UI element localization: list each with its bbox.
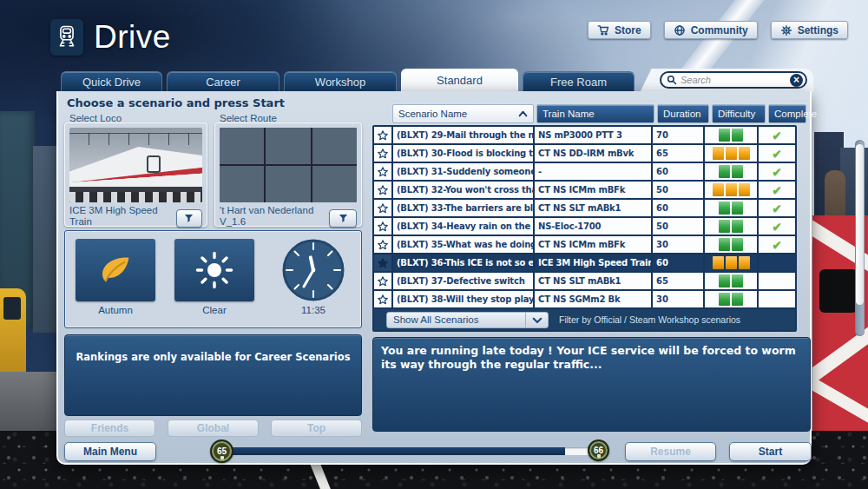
complete-cell: ✔ — [759, 163, 795, 180]
tab-quick-drive[interactable]: Quick Drive — [61, 71, 162, 91]
season-tile[interactable] — [76, 239, 155, 301]
top-button[interactable]: Top — [271, 420, 362, 437]
favorite-star-icon[interactable] — [374, 200, 391, 216]
filter-strip: Show All ScenariosFilter by Official / S… — [374, 309, 795, 330]
column-header-duration[interactable]: Duration — [657, 104, 709, 123]
search-input[interactable] — [681, 75, 786, 85]
loco-name: ICE 3M High Speed Train — [69, 205, 176, 228]
route-filter-button[interactable] — [329, 209, 357, 228]
tab-bar: Quick Drive Career Workshop Standard Fre… — [61, 69, 635, 91]
weather-tile[interactable] — [174, 239, 254, 301]
difficulty-cell — [705, 236, 757, 253]
resume-button[interactable]: Resume — [625, 442, 716, 461]
favorite-star-icon[interactable] — [374, 218, 391, 235]
difficulty-cell — [705, 291, 757, 307]
duration-cell: 65 — [653, 273, 703, 289]
app-logo: Drive — [50, 19, 171, 56]
global-button[interactable]: Global — [168, 420, 259, 437]
main-menu-button[interactable]: Main Menu — [64, 442, 156, 461]
table-row[interactable]: (BLXT) 35-What was he doing on the track… — [374, 236, 795, 253]
start-button[interactable]: Start — [729, 442, 812, 461]
tab-career[interactable]: Career — [167, 71, 279, 91]
store-button[interactable]: Store — [588, 21, 651, 39]
friends-button[interactable]: Friends — [64, 420, 155, 437]
leaf-icon — [95, 250, 135, 290]
train-name-cell: NS-Eloc-1700 — [535, 218, 651, 235]
table-row[interactable]: (BLXT) 36-This ICE is not so express ICE… — [374, 254, 795, 271]
table-row[interactable]: (BLXT) 37-Defective switch CT NS SLT mAB… — [374, 273, 795, 289]
scrollbar-thumb[interactable] — [856, 144, 864, 305]
clear-search-icon[interactable]: × — [790, 74, 803, 87]
table-row[interactable]: (BLXT) 32-You won't cross that bridge ! … — [374, 182, 795, 198]
route-picker[interactable]: 't Hart van Nederland V_1.6 — [214, 122, 362, 227]
tab-free-roam[interactable]: Free Roam — [523, 71, 635, 91]
route-version: V_1.6 — [220, 216, 313, 228]
settings-button[interactable]: Settings — [771, 21, 848, 39]
difficulty-cell — [705, 127, 757, 143]
table-row[interactable]: (BLXT) 38-Will they stop playing with th… — [374, 291, 795, 307]
table-header: Scenario Name Train Name Duration Diffic… — [372, 104, 811, 123]
column-header-scenario-name[interactable]: Scenario Name — [392, 104, 534, 123]
search-icon — [667, 75, 677, 85]
duration-cell: 50 — [653, 218, 703, 235]
page-title: Drive — [94, 19, 171, 56]
complete-cell: ✔ — [759, 273, 795, 289]
duration-cell: 70 — [653, 127, 703, 143]
favorite-star-icon[interactable] — [374, 291, 391, 307]
store-label: Store — [615, 24, 641, 36]
panel-heading: Choose a scenario and press Start — [67, 96, 285, 109]
favorite-star-icon[interactable] — [374, 127, 391, 143]
favorite-star-icon[interactable] — [374, 254, 391, 271]
sort-asc-icon — [518, 110, 528, 117]
difficulty-cell — [705, 145, 757, 162]
complete-cell: ✔ — [759, 254, 795, 271]
background-yellow-train — [0, 288, 26, 375]
train-name-cell: CT NS SLT mABk1 — [535, 200, 651, 216]
table-row[interactable]: (BLXT) 30-Flood is blocking the tracks C… — [374, 145, 795, 162]
loco-filter-button[interactable] — [176, 209, 202, 228]
complete-check-icon: ✔ — [772, 202, 782, 215]
difficulty-bars — [713, 147, 750, 160]
level-badge-next: 66 — [588, 439, 609, 461]
table-row[interactable]: (BLXT) 29-Mail through the night NS mP30… — [374, 127, 795, 143]
tab-workshop[interactable]: Workshop — [284, 71, 397, 91]
season-label: Autumn — [76, 305, 155, 315]
complete-check-icon: ✔ — [772, 147, 782, 161]
loco-picker[interactable]: ICE 3M High Speed Train — [64, 122, 207, 227]
duration-cell: 65 — [653, 145, 703, 162]
time-tile[interactable] — [273, 239, 353, 301]
column-header-complete[interactable]: Complete — [768, 104, 806, 123]
scenario-name-cell: (BLXT) 38-Will they stop playing with th… — [393, 291, 533, 307]
search-box: × — [660, 71, 807, 89]
table-row[interactable]: (BLXT) 34-Heavy rain on the heart of Ned… — [374, 218, 795, 235]
chevron-down-icon[interactable] — [525, 313, 548, 327]
duration-cell: 30 — [653, 291, 703, 307]
loco-image — [69, 128, 202, 202]
favorite-star-icon[interactable] — [374, 163, 391, 180]
column-header-train-name[interactable]: Train Name — [536, 104, 654, 123]
complete-check-icon: ✔ — [772, 238, 782, 252]
column-header-difficulty[interactable]: Difficulty — [712, 104, 766, 123]
difficulty-cell — [705, 254, 757, 271]
rankings-message: Rankings are only available for Career S… — [65, 351, 361, 363]
app-window: Drive Store Community Settings Quick Dri… — [0, 0, 868, 489]
favorite-star-icon[interactable] — [374, 273, 391, 289]
table-scrollbar[interactable] — [855, 140, 865, 336]
difficulty-bars — [719, 220, 743, 233]
train-name-cell: CT NS ICMm mBFk — [535, 182, 651, 198]
difficulty-cell — [705, 218, 757, 235]
table-row[interactable]: (BLXT) 31-Suddenly someone was feeling t… — [374, 163, 795, 180]
clock-icon — [281, 238, 345, 302]
favorite-star-icon[interactable] — [374, 145, 391, 162]
scenario-name-cell: (BLXT) 29-Mail through the night — [393, 127, 533, 143]
complete-cell: ✔ — [759, 291, 795, 307]
table-row[interactable]: (BLXT) 33-The barriers are blocked CT NS… — [374, 200, 795, 216]
complete-cell: ✔ — [759, 200, 795, 216]
favorite-star-icon[interactable] — [374, 236, 391, 253]
favorite-star-icon[interactable] — [374, 182, 391, 198]
search-band: × — [653, 69, 813, 92]
community-button[interactable]: Community — [664, 21, 758, 39]
show-scenarios-dropdown[interactable]: Show All Scenarios — [386, 312, 549, 328]
duration-cell: 60 — [653, 200, 703, 216]
tab-standard[interactable]: Standard — [401, 69, 518, 91]
